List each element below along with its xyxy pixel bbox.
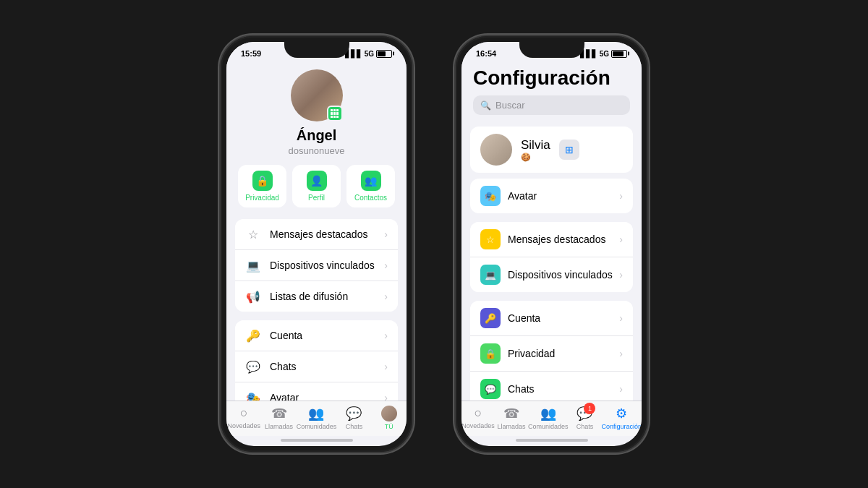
status-right-1: ▋▋▋ 5G (345, 50, 392, 58)
user-card[interactable]: Silvia 🍪 ⊞ (470, 127, 633, 173)
avatar-label-2: Avatar (508, 190, 619, 202)
menu-item-dispositivos-2[interactable]: 💻 Dispositivos vinculados › (470, 257, 633, 292)
contacts-label: Contactos (354, 194, 387, 202)
chevron-ch2: › (619, 383, 623, 395)
chevron-d2: › (619, 269, 623, 281)
menu-item-listas[interactable]: 📢 Listas de difusión › (235, 281, 398, 312)
broadcast-icon: 📢 (245, 288, 261, 304)
phone-1-screen: 15:59 ▋▋▋ 5G (226, 42, 407, 446)
profile-name: Ángel (297, 127, 337, 144)
chats-tab-label-2: Chats (576, 423, 594, 430)
star-icon: ☆ (245, 226, 261, 242)
screen-content-2: Configuración 🔍 Buscar Silvia 🍪 ⊞ 🎭 (461, 61, 642, 401)
laptop-icon: 💻 (245, 257, 261, 273)
chevron-icon-6: › (384, 392, 388, 401)
screen-content-1: Ángel dosunonueve 🔒 Privacidad 👤 Perfil … (226, 61, 407, 401)
home-indicator-1 (281, 439, 353, 442)
qr-badge[interactable] (327, 106, 343, 121)
chevron-avatar: › (619, 190, 623, 202)
comunidades-label: Comunidades (297, 423, 337, 430)
profile-action-btn[interactable]: 👤 Perfil (292, 165, 341, 207)
tab-novedades-2[interactable]: ○ Novedades (461, 406, 495, 430)
user-qr-btn[interactable]: ⊞ (559, 140, 579, 160)
cuenta-label-2: Cuenta (508, 312, 619, 324)
tab-comunidades-2[interactable]: 👥 Comunidades (528, 406, 569, 430)
avatar-label: Avatar (270, 392, 384, 401)
time-1: 15:59 (241, 49, 261, 58)
chevron-icon-4: › (384, 330, 388, 341)
menu-item-cuenta-2[interactable]: 🔑 Cuenta › (470, 301, 633, 336)
privacidad-label-2: Privacidad (508, 348, 619, 359)
contacts-action-btn[interactable]: 👥 Contactos (346, 165, 395, 207)
time-2: 16:54 (476, 49, 496, 58)
listas-label: Listas de difusión (270, 291, 384, 302)
chat-icon: 💬 (245, 359, 261, 374)
privacy-action-btn[interactable]: 🔒 Privacidad (238, 165, 286, 207)
top-menu-section: ☆ Mensajes destacados › 💻 Dispositivos v… (235, 219, 398, 312)
menu-item-avatar-2[interactable]: 🎭 Avatar › (470, 179, 633, 213)
tab-tu-1[interactable]: TÚ (372, 406, 407, 430)
novedades-icon: ○ (240, 406, 248, 421)
tab-configuracion-2[interactable]: ⚙ Configuración (601, 406, 642, 430)
profile-icon: 👤 (307, 171, 327, 191)
chevron-icon-3: › (384, 291, 388, 302)
config-title: Configuración (473, 67, 630, 90)
star-colored-icon: ☆ (480, 229, 501, 249)
settings-menu-section: 🔑 Cuenta › 💬 Chats › 🎭 Avatar › 🔔 Notifi… (235, 320, 398, 401)
tab-comunidades-1[interactable]: 👥 Comunidades (297, 406, 337, 430)
cuenta-label: Cuenta (270, 330, 384, 341)
chevron-m2: › (619, 234, 623, 245)
comunidades-label-2: Comunidades (528, 423, 569, 430)
battery-fill-1 (378, 51, 386, 56)
search-placeholder: Buscar (495, 100, 524, 111)
dispositivos-label: Dispositivos vinculados (270, 260, 384, 271)
menu-item-mensajes-2[interactable]: ☆ Mensajes destacados › (470, 222, 633, 257)
phone-2: 16:54 ▋▋▋ 5G Configuración 🔍 Buscar (456, 36, 647, 452)
tab-chats-2[interactable]: 💬 1 Chats (568, 406, 601, 430)
menu-item-chats[interactable]: 💬 Chats › (235, 351, 398, 382)
menu-item-cuenta[interactable]: 🔑 Cuenta › (235, 320, 398, 351)
chevron-icon-2: › (384, 260, 388, 271)
chevron-icon-5: › (384, 361, 388, 372)
config-tab-label: Configuración (601, 423, 642, 430)
qr-icon (331, 109, 339, 118)
laptop-colored-icon: 💻 (480, 265, 501, 285)
mensajes-destacados-label: Mensajes destacados (270, 228, 384, 240)
notch-2 (519, 42, 584, 58)
phone-1: 15:59 ▋▋▋ 5G (221, 36, 412, 452)
novedades-icon-2: ○ (475, 406, 482, 421)
tu-label: TÚ (385, 423, 393, 430)
tab-bar-2: ○ Novedades ☎ Llamadas 👥 Comunidades 💬 1… (461, 401, 642, 436)
avatar-section: 🎭 Avatar › (470, 179, 633, 213)
chats-icon-wrap: 💬 1 (576, 406, 592, 421)
llamadas-label-2: Llamadas (497, 423, 525, 430)
user-info: Silvia 🍪 (521, 138, 550, 162)
menu-item-dispositivos[interactable]: 💻 Dispositivos vinculados › (235, 250, 398, 281)
menu-item-privacidad-2[interactable]: 🔒 Privacidad › (470, 336, 633, 372)
tab-novedades-1[interactable]: ○ Novedades (226, 406, 261, 430)
llamadas-icon: ☎ (271, 406, 287, 421)
chats-label-2: Chats (508, 383, 619, 395)
chats-label: Chats (270, 361, 384, 372)
status-bar-1: 15:59 ▋▋▋ 5G (226, 42, 407, 61)
tab-chats-1[interactable]: 💬 Chats (336, 406, 371, 430)
search-bar[interactable]: 🔍 Buscar (473, 95, 630, 115)
search-icon: 🔍 (480, 100, 491, 111)
chevron-c2: › (619, 312, 623, 324)
profile-label: Perfil (308, 194, 325, 202)
comunidades-icon: 👥 (308, 406, 324, 421)
tab-avatar (381, 406, 397, 421)
chats-icon: 💬 (346, 406, 362, 421)
config-section-2: 🔑 Cuenta › 🔒 Privacidad › 💬 Chats › 🔔 No… (470, 301, 633, 401)
comunidades-icon-2: 👥 (540, 406, 556, 421)
status-right-2: ▋▋▋ 5G (580, 50, 627, 58)
menu-item-chats-2[interactable]: 💬 Chats › (470, 372, 633, 401)
avatar-colored-icon: 🎭 (480, 186, 501, 206)
tab-llamadas-2[interactable]: ☎ Llamadas (495, 406, 528, 430)
menu-item-avatar[interactable]: 🎭 Avatar › (235, 382, 398, 401)
tab-llamadas-1[interactable]: ☎ Llamadas (261, 406, 296, 430)
contacts-icon: 👥 (361, 171, 381, 191)
avatar-container (291, 69, 343, 121)
menu-item-mensajes-destacados[interactable]: ☆ Mensajes destacados › (235, 219, 398, 250)
privacy-icon: 🔒 (252, 171, 273, 191)
